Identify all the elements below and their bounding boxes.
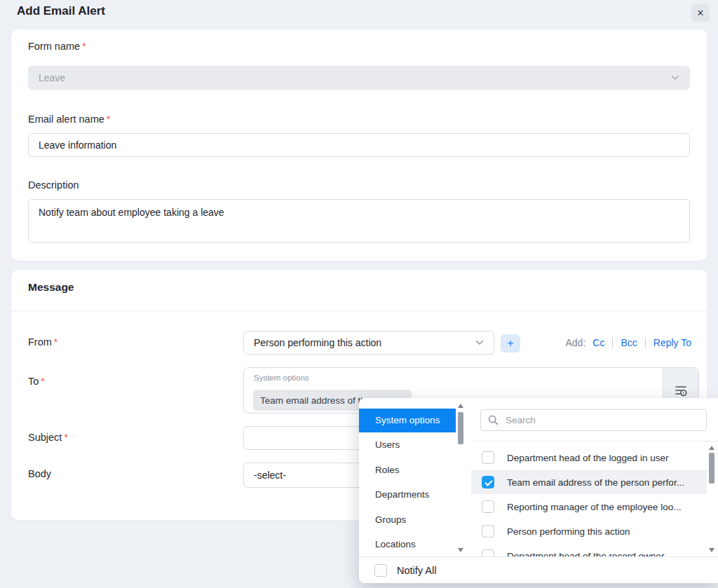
notify-all-label: Notify All	[397, 565, 436, 576]
add-bcc-link[interactable]: Bcc	[621, 337, 637, 348]
notify-all-row[interactable]: Notify All	[359, 556, 718, 583]
description-text[interactable]: Notify team about employee taking a leav…	[39, 206, 224, 219]
menu-item-locations[interactable]: Locations	[359, 533, 456, 556]
option-label: Team email address of the person perfor.…	[507, 477, 684, 488]
option-label: Person performing this action	[507, 526, 630, 537]
menu-item-roles[interactable]: Roles	[359, 458, 456, 482]
chevron-down-icon	[475, 340, 484, 346]
recipient-option-list: Department head of the logged in user Te…	[471, 442, 707, 556]
scroll-up-icon[interactable]	[458, 404, 463, 408]
to-label: To*	[28, 376, 45, 387]
search-icon	[488, 415, 499, 425]
recipient-picker-popup: System options Users Roles Departments G…	[359, 398, 718, 583]
checkbox[interactable]	[482, 500, 494, 513]
required-asterisk: *	[82, 41, 86, 52]
list-settings-icon	[674, 383, 688, 397]
from-label: From*	[28, 336, 57, 348]
recipient-category-menu: System options Users Roles Departments G…	[359, 398, 466, 556]
menu-scrollbar[interactable]	[457, 402, 465, 554]
from-value: Person performing this action	[254, 337, 381, 348]
notify-all-checkbox[interactable]	[374, 564, 387, 577]
form-name-select[interactable]: Leave	[28, 66, 690, 90]
add-reply-to-link[interactable]: Reply To	[653, 337, 691, 348]
message-heading: Message	[28, 281, 74, 294]
required-asterisk: *	[41, 376, 44, 387]
body-value: -select-	[254, 470, 286, 481]
description-label: Description	[28, 179, 79, 191]
option-row[interactable]: Person performing this action	[471, 519, 707, 543]
general-section-card: Form name* Leave Email alert name* Descr…	[11, 29, 707, 261]
option-list-scrollbar[interactable]	[708, 444, 716, 554]
option-row[interactable]: Department head of the logged in user	[471, 446, 707, 470]
checkbox[interactable]	[482, 451, 494, 464]
chevron-down-icon	[671, 75, 679, 81]
form-name-value: Leave	[39, 72, 65, 83]
scroll-down-icon[interactable]	[709, 548, 714, 552]
checkbox[interactable]	[482, 525, 494, 538]
body-label: Body	[28, 468, 51, 479]
add-cc-link[interactable]: Cc	[592, 337, 604, 348]
add-recipient-links: Add: Cc Bcc Reply To	[566, 337, 692, 348]
email-alert-name-input[interactable]	[39, 139, 679, 151]
recipient-search-box	[480, 409, 707, 431]
add-from-button[interactable]: +	[501, 334, 520, 353]
search-input[interactable]	[504, 414, 699, 426]
add-label: Add:	[566, 337, 586, 348]
menu-item-departments[interactable]: Departments	[359, 483, 456, 507]
checkbox[interactable]	[482, 476, 494, 488]
form-name-label: Form name*	[28, 41, 86, 52]
add-email-alert-dialog: Add Email Alert ✕ Form name* Leave Email…	[0, 0, 718, 588]
checkbox[interactable]	[482, 549, 494, 556]
subject-label: Subject*	[28, 432, 68, 443]
option-row[interactable]: Department head of the record owner	[471, 544, 707, 556]
scroll-up-icon[interactable]	[709, 446, 714, 450]
required-asterisk: *	[107, 114, 110, 125]
option-row[interactable]: Reporting manager of the employee loo...	[471, 495, 707, 519]
option-label: Reporting manager of the employee loo...	[507, 502, 681, 512]
link-divider	[645, 338, 646, 348]
page-title: Add Email Alert	[17, 4, 105, 18]
description-field: Notify team about employee taking a leav…	[28, 199, 690, 242]
menu-item-system-options[interactable]: System options	[359, 409, 456, 432]
menu-item-groups[interactable]: Groups	[359, 508, 456, 532]
scrollbar-thumb[interactable]	[458, 412, 463, 444]
close-button[interactable]: ✕	[691, 4, 710, 22]
scroll-down-icon[interactable]	[458, 548, 463, 552]
option-row[interactable]: Team email address of the person perfor.…	[471, 470, 707, 494]
option-label: Department head of the logged in user	[507, 453, 668, 463]
menu-item-users[interactable]: Users	[359, 433, 456, 457]
email-alert-name-label: Email alert name*	[28, 114, 110, 125]
required-asterisk: *	[64, 432, 67, 443]
close-icon: ✕	[697, 8, 705, 18]
plus-icon: +	[507, 337, 513, 350]
to-group-label: System options	[254, 374, 309, 382]
option-label: Department head of the record owner	[507, 551, 664, 557]
link-divider	[612, 338, 613, 348]
email-alert-name-field	[28, 133, 690, 157]
from-select[interactable]: Person performing this action	[243, 331, 494, 355]
scrollbar-thumb[interactable]	[709, 453, 714, 484]
required-asterisk: *	[54, 336, 57, 348]
section-divider	[11, 310, 707, 311]
